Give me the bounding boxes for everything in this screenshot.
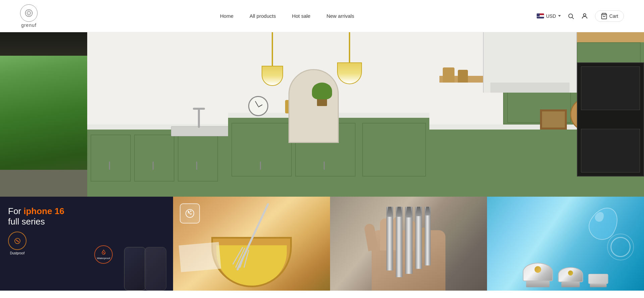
hero-image	[0, 32, 644, 197]
cart-label: Cart	[609, 13, 618, 19]
waterproof-badge: Waterproof	[94, 245, 113, 264]
product-iphone[interactable]: For iphone 16 full series Dustproof	[0, 197, 173, 291]
account-button[interactable]	[581, 12, 588, 20]
product-grid: For iphone 16 full series Dustproof	[0, 197, 644, 291]
logo[interactable]: grenuf	[20, 4, 38, 28]
svg-line-10	[102, 252, 105, 254]
svg-point-6	[583, 13, 586, 16]
pendant-wire-1	[272, 32, 273, 66]
pendant-wire-2	[349, 32, 350, 62]
currency-label: USD	[546, 13, 556, 19]
currency-selector[interactable]: USD	[537, 13, 561, 19]
user-icon	[581, 12, 588, 20]
iphone-title-1: For iphone 16	[8, 206, 165, 216]
wall-clock	[248, 96, 268, 116]
iphone-highlight: iphone 16	[23, 206, 64, 216]
brand-name: grenuf	[21, 22, 37, 28]
window-frame-left	[0, 32, 94, 197]
header: grenuf Home All products Hot sale New ar…	[0, 0, 644, 32]
svg-point-4	[569, 14, 573, 18]
cart-icon	[601, 13, 607, 19]
drill-bits	[386, 207, 431, 277]
plant	[315, 86, 329, 106]
product-drain[interactable]	[487, 197, 644, 291]
linen-cloth	[179, 242, 221, 272]
logo-icon	[24, 8, 34, 18]
drain-plugs	[523, 263, 608, 287]
wall-frame	[540, 109, 567, 130]
nav-home[interactable]: Home	[220, 13, 233, 19]
splash-ring-2	[607, 234, 634, 260]
arch	[288, 69, 339, 143]
range-hood	[483, 32, 577, 93]
cooking-icon	[184, 208, 195, 219]
dustproof-label: Dustproof	[10, 251, 24, 255]
nav-all-products[interactable]: All products	[250, 13, 276, 19]
product-drill[interactable]	[330, 197, 487, 291]
dustproof-icon	[13, 237, 21, 245]
main-nav: Home All products Hot sale New arrivals	[220, 13, 354, 19]
cart-button[interactable]: Cart	[595, 10, 624, 22]
iphone-title-2: full series	[8, 216, 165, 227]
product-cooking[interactable]	[173, 197, 330, 291]
oven	[577, 62, 644, 177]
logo-circle	[20, 4, 38, 22]
nav-hot-sale[interactable]: Hot sale	[292, 13, 310, 19]
drain-bg	[487, 197, 644, 291]
svg-point-12	[188, 211, 189, 212]
header-right: USD Cart	[537, 10, 624, 22]
nav-new-arrivals[interactable]: New arrivals	[326, 13, 354, 19]
svg-line-5	[572, 17, 574, 19]
waterproof-icon	[100, 249, 107, 256]
waterproof-label: Waterproof	[97, 257, 110, 260]
cooking-icon-badge	[180, 203, 200, 224]
drill-bg	[330, 197, 487, 291]
iphone-visual	[124, 247, 170, 291]
chevron-down-icon	[558, 15, 561, 17]
hero-section	[0, 32, 644, 197]
dustproof-badge: Dustproof	[8, 232, 26, 255]
bowl-visual	[211, 237, 292, 287]
search-button[interactable]	[568, 13, 574, 19]
search-icon	[568, 13, 574, 19]
svg-point-13	[191, 211, 191, 211]
flag-icon	[537, 13, 544, 18]
faucet	[198, 108, 200, 128]
